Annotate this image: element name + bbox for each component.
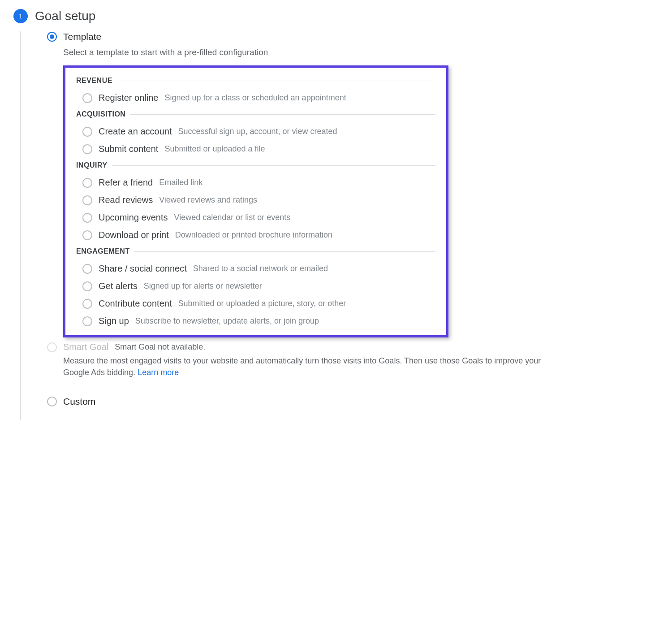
category-title: ACQUISITION bbox=[76, 110, 125, 118]
divider bbox=[134, 251, 435, 252]
category-title: REVENUE bbox=[76, 77, 112, 85]
template-sign-up[interactable]: Sign up Subscribe to newsletter, update … bbox=[76, 312, 435, 330]
category-header-revenue: REVENUE bbox=[76, 77, 435, 85]
template-register-online[interactable]: Register online Signed up for a class or… bbox=[76, 89, 435, 107]
template-desc: Signed up for alerts or newsletter bbox=[144, 281, 262, 291]
template-label: Read reviews bbox=[99, 195, 153, 205]
template-desc: Submitted or uploaded a file bbox=[164, 144, 265, 154]
radio-icon[interactable] bbox=[82, 230, 92, 240]
template-create-account[interactable]: Create an account Successful sign up, ac… bbox=[76, 123, 435, 140]
radio-selected-icon[interactable] bbox=[47, 32, 57, 42]
template-desc: Viewed calendar or list or events bbox=[174, 213, 291, 222]
template-label: Download or print bbox=[99, 230, 169, 240]
template-highlight-box: REVENUE Register online Signed up for a … bbox=[63, 65, 448, 337]
radio-icon[interactable] bbox=[47, 397, 57, 406]
option-template-label: Template bbox=[63, 31, 101, 42]
radio-icon[interactable] bbox=[82, 264, 92, 274]
template-desc: Emailed link bbox=[159, 178, 202, 187]
template-contribute-content[interactable]: Contribute content Submitted or uploaded… bbox=[76, 295, 435, 312]
template-refer-friend[interactable]: Refer a friend Emailed link bbox=[76, 174, 435, 191]
radio-icon[interactable] bbox=[82, 281, 92, 291]
template-label: Refer a friend bbox=[99, 177, 153, 188]
category-title: ENGAGEMENT bbox=[76, 247, 130, 255]
template-get-alerts[interactable]: Get alerts Signed up for alerts or newsl… bbox=[76, 277, 435, 295]
option-custom[interactable]: Custom bbox=[47, 396, 659, 407]
template-label: Contribute content bbox=[99, 298, 172, 309]
step-header: 1 Goal setup bbox=[13, 9, 659, 23]
template-read-reviews[interactable]: Read reviews Viewed reviews and ratings bbox=[76, 191, 435, 209]
template-submit-content[interactable]: Submit content Submitted or uploaded a f… bbox=[76, 140, 435, 158]
template-download-print[interactable]: Download or print Downloaded or printed … bbox=[76, 226, 435, 244]
step-number-badge: 1 bbox=[13, 9, 28, 23]
option-smart-help: Measure the most engaged visits to your … bbox=[63, 355, 556, 378]
category-header-engagement: ENGAGEMENT bbox=[76, 247, 435, 255]
divider bbox=[112, 165, 435, 166]
radio-icon[interactable] bbox=[82, 178, 92, 188]
option-smart-label: Smart Goal bbox=[63, 342, 108, 352]
option-smart-status: Smart Goal not available. bbox=[115, 342, 205, 352]
template-label: Share / social connect bbox=[99, 264, 187, 274]
option-smart-goal: Smart Goal Smart Goal not available. bbox=[47, 342, 659, 352]
category-header-acquisition: ACQUISITION bbox=[76, 110, 435, 118]
step-title: Goal setup bbox=[35, 9, 95, 23]
radio-icon[interactable] bbox=[82, 213, 92, 223]
radio-icon[interactable] bbox=[82, 299, 92, 309]
option-template-subtext: Select a template to start with a pre-fi… bbox=[63, 48, 659, 57]
category-title: INQUIRY bbox=[76, 161, 108, 169]
radio-icon[interactable] bbox=[82, 127, 92, 137]
template-desc: Successful sign up, account, or view cre… bbox=[178, 127, 337, 136]
template-label: Get alerts bbox=[99, 281, 138, 291]
template-label: Sign up bbox=[99, 316, 129, 326]
divider bbox=[130, 114, 435, 115]
template-desc: Viewed reviews and ratings bbox=[159, 195, 257, 205]
option-custom-label: Custom bbox=[63, 396, 95, 407]
option-template[interactable]: Template bbox=[47, 31, 659, 42]
divider bbox=[117, 81, 435, 81]
template-label: Submit content bbox=[99, 144, 158, 154]
template-upcoming-events[interactable]: Upcoming events Viewed calendar or list … bbox=[76, 209, 435, 226]
template-desc: Subscribe to newsletter, update alerts, … bbox=[135, 316, 319, 326]
radio-icon[interactable] bbox=[82, 144, 92, 154]
radio-disabled-icon bbox=[47, 342, 57, 352]
radio-icon[interactable] bbox=[82, 316, 92, 326]
template-label: Register online bbox=[99, 93, 158, 103]
learn-more-link[interactable]: Learn more bbox=[138, 368, 179, 377]
category-header-inquiry: INQUIRY bbox=[76, 161, 435, 169]
template-desc: Shared to a social network or emailed bbox=[193, 264, 328, 273]
template-label: Upcoming events bbox=[99, 212, 168, 223]
step-body: Template Select a template to start with… bbox=[20, 31, 659, 420]
template-desc: Downloaded or printed brochure informati… bbox=[175, 230, 332, 240]
radio-icon[interactable] bbox=[82, 195, 92, 205]
template-desc: Submitted or uploaded a picture, story, … bbox=[178, 299, 346, 308]
smart-help-text: Measure the most engaged visits to your … bbox=[63, 356, 541, 377]
template-label: Create an account bbox=[99, 126, 172, 137]
template-share-social[interactable]: Share / social connect Shared to a socia… bbox=[76, 260, 435, 277]
radio-icon[interactable] bbox=[82, 93, 92, 103]
template-desc: Signed up for a class or scheduled an ap… bbox=[164, 93, 346, 103]
